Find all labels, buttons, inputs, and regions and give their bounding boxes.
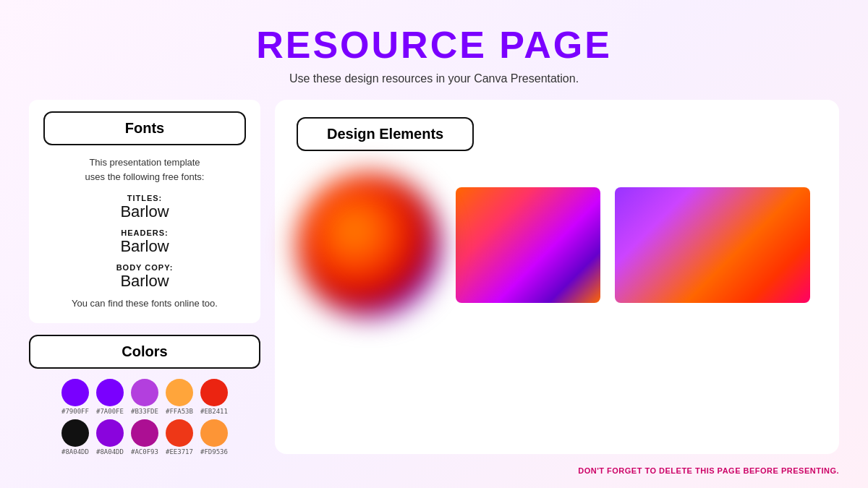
gradient-card-1 [456, 187, 600, 303]
font-name-titles: Barlow [43, 202, 246, 221]
left-panel: Fonts This presentation templateuses the… [29, 100, 260, 454]
font-label-body: BODY COPY: [43, 263, 246, 272]
color-circle [166, 379, 193, 406]
color-circle [61, 379, 89, 406]
swatch-8a04dd: #8A04DD [96, 419, 124, 455]
swatch-b33fde: #B33FDE [131, 379, 158, 415]
color-hex: #EE3717 [166, 448, 193, 455]
color-hex: #AC0F93 [131, 448, 158, 455]
color-hex: #8A04DD [96, 448, 124, 455]
design-elements-heading: Design Elements [297, 117, 474, 151]
font-label-titles: TITLES: [43, 194, 246, 202]
swatch-ee3717: #EE3717 [166, 419, 193, 455]
color-circle [96, 379, 124, 406]
color-hex: #FFA53B [166, 408, 193, 415]
page-subtitle: Use these design resources in your Canva… [0, 72, 868, 85]
color-hex: #EB2411 [200, 408, 228, 415]
swatch-eb2411: #EB2411 [200, 379, 228, 415]
color-row-2: #8A04DD #8A04DD #AC0F93 #EE3717 #FD9536 [29, 419, 260, 455]
main-content: Fonts This presentation templateuses the… [29, 100, 839, 454]
color-row-1: #7900FF #7A00FE #B33FDE #FFA53B #EB2411 [29, 379, 260, 415]
color-circle [200, 419, 228, 447]
color-hex: #B33FDE [131, 408, 158, 415]
swatch-ffa53b: #FFA53B [166, 379, 193, 415]
color-circle [96, 419, 124, 447]
swatch-8a04dd-black: #8A04DD [61, 419, 89, 455]
font-entry-titles: TITLES: Barlow [43, 194, 246, 221]
color-circle [200, 379, 228, 406]
colors-section: Colors #7900FF #7A00FE #B33FDE #FFA53B [29, 335, 260, 460]
colors-heading: Colors [29, 335, 260, 369]
fonts-description: This presentation templateuses the follo… [43, 155, 246, 184]
swatch-ac0f93: #AC0F93 [131, 419, 158, 455]
fonts-note: You can find these fonts online too. [43, 298, 246, 309]
swatch-7a00fe: #7A00FE [96, 379, 124, 415]
color-circle [166, 419, 193, 447]
font-name-headers: Barlow [43, 237, 246, 256]
right-panel: Design Elements [275, 100, 839, 454]
swatch-fd9536: #FD9536 [200, 419, 228, 455]
footer-note: DON'T FORGET TO DELETE THIS PAGE BEFORE … [578, 466, 839, 475]
font-entry-headers: HEADERS: Barlow [43, 228, 246, 256]
gradient-card-2 [615, 187, 810, 303]
font-entry-body: BODY COPY: Barlow [43, 263, 246, 291]
color-circle [131, 379, 158, 406]
color-hex: #FD9536 [200, 448, 228, 455]
color-circle [131, 419, 158, 447]
color-hex: #7A00FE [96, 408, 124, 415]
color-hex: #8A04DD [61, 448, 89, 455]
design-visuals [297, 173, 817, 317]
page-title: RESOURCE PAGE [0, 0, 868, 67]
blur-orb-visual [297, 173, 441, 317]
font-name-body: Barlow [43, 272, 246, 291]
color-hex: #7900FF [61, 408, 89, 415]
fonts-heading: Fonts [43, 111, 246, 145]
fonts-section: Fonts This presentation templateuses the… [29, 100, 260, 323]
swatch-7900ff: #7900FF [61, 379, 89, 415]
font-label-headers: HEADERS: [43, 228, 246, 237]
color-circle [61, 419, 89, 447]
